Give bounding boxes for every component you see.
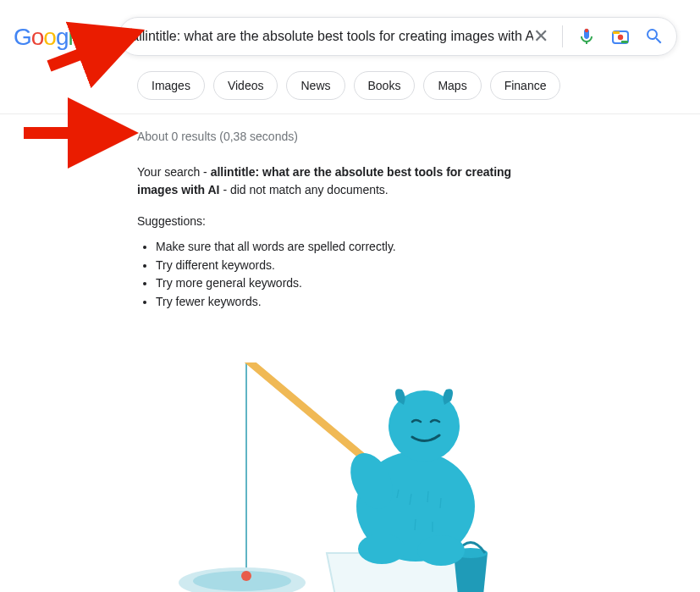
search-bar: ✕ (119, 17, 677, 56)
svg-point-16 (358, 534, 405, 564)
mic-icon[interactable] (576, 26, 597, 47)
suggestion-item: Try different keywords. (156, 257, 542, 275)
svg-line-1 (49, 34, 134, 66)
icon-divider (562, 25, 563, 47)
tab-maps[interactable]: Maps (423, 71, 481, 100)
tab-videos[interactable]: Videos (213, 71, 278, 100)
result-stats: About 0 results (0,38 seconds) (137, 130, 542, 143)
no-match-prefix: Your search - (137, 165, 211, 179)
svg-rect-7 (613, 31, 620, 34)
search-input[interactable] (131, 29, 533, 44)
fishing-illustration (137, 362, 542, 592)
tab-news[interactable]: News (286, 71, 344, 100)
results-area: About 0 results (0,38 seconds) Your sear… (0, 114, 542, 592)
suggestion-item: Try more general keywords. (156, 274, 542, 293)
annotation-arrow-results (24, 120, 134, 149)
svg-point-17 (417, 535, 465, 566)
svg-point-13 (241, 571, 251, 581)
suggestion-item: Try fewer keywords. (156, 293, 542, 312)
clear-icon[interactable]: ✕ (533, 25, 548, 47)
annotation-arrow-search (49, 32, 142, 69)
suggestions-title: Suggestions: (137, 214, 542, 228)
search-action-icons: ✕ (533, 25, 664, 47)
suggestions-list: Make sure that all words are spelled cor… (137, 238, 542, 312)
svg-rect-8 (621, 41, 628, 43)
tab-images[interactable]: Images (137, 71, 205, 100)
no-match-message: Your search - allintitle: what are the a… (137, 163, 542, 199)
search-icon[interactable] (644, 26, 664, 47)
svg-point-4 (585, 29, 588, 32)
camera-icon[interactable] (610, 26, 631, 47)
tab-books[interactable]: Books (354, 71, 416, 100)
suggestion-item: Make sure that all words are spelled cor… (156, 238, 542, 257)
no-match-suffix: - did not match any documents. (220, 183, 389, 196)
tab-finance[interactable]: Finance (490, 71, 561, 100)
svg-point-6 (618, 35, 623, 40)
